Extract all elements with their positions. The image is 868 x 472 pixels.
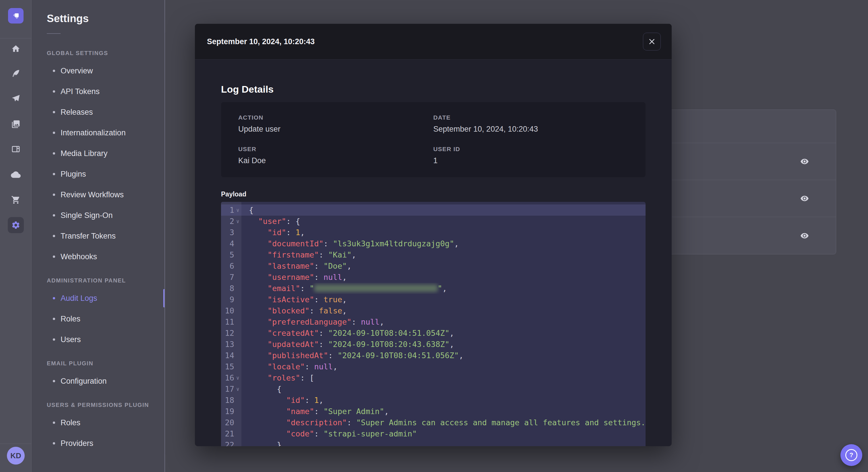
chevron-down-icon[interactable]: ∨ — [234, 216, 241, 227]
strapi-logo[interactable] — [8, 8, 24, 24]
line-number: 22 — [222, 439, 234, 446]
code-line[interactable]: 14 "publishedAt": "2024-09-10T08:04:51.0… — [221, 350, 646, 361]
code-line[interactable]: 12 "createdAt": "2024-09-10T08:04:51.054… — [221, 328, 646, 339]
close-button[interactable] — [643, 33, 661, 50]
cloud-icon[interactable] — [8, 167, 24, 183]
sidebar-item-audit-logs[interactable]: Audit Logs — [32, 288, 164, 308]
gutter-cell: 15 — [221, 361, 241, 372]
token-n: 1 — [314, 396, 319, 405]
sidebar-item-transfer-tokens[interactable]: Transfer Tokens — [32, 226, 164, 246]
fold-spacer — [234, 294, 241, 305]
token-p: : [ — [300, 373, 314, 382]
code-line[interactable]: 16∨ "roles": [ — [221, 372, 646, 383]
field-user-id: USER ID 1 — [433, 146, 629, 165]
code-line[interactable]: 1∨{ — [221, 204, 646, 216]
bullet-icon — [53, 173, 55, 175]
code-line[interactable]: 8 "email": "", — [221, 283, 646, 294]
chevron-down-icon[interactable]: ∨ — [234, 383, 241, 395]
code-line[interactable]: 21 "code": "strapi-super-admin" — [221, 428, 646, 439]
code-text: "isActive": true, — [241, 294, 646, 305]
payload-code-viewer[interactable]: 1∨{2∨ "user": {3 "id": 1,4 "documentId":… — [221, 202, 646, 446]
sidebar-item-media-library[interactable]: Media Library — [32, 143, 164, 164]
line-number: 18 — [222, 395, 234, 406]
code-line[interactable]: 15 "locale": null, — [221, 361, 646, 372]
sidebar-item-api-tokens[interactable]: API Tokens — [32, 81, 164, 102]
token-k: "updatedAt" — [268, 340, 319, 349]
code-line[interactable]: 13 "updatedAt": "2024-09-10T08:20:43.638… — [221, 339, 646, 350]
view-log-button[interactable] — [798, 229, 811, 242]
fold-spacer — [234, 249, 241, 260]
token-k: "createdAt" — [268, 329, 319, 338]
code-line[interactable]: 7 "username": null, — [221, 272, 646, 283]
code-line[interactable]: 19 "name": "Super Admin", — [221, 406, 646, 417]
sidebar-item-releases[interactable]: Releases — [32, 102, 164, 123]
sidebar-item-users[interactable]: Users — [32, 329, 164, 350]
layout-icon[interactable] — [8, 141, 24, 157]
question-mark-icon: ? — [845, 449, 857, 461]
sidebar-item-label: Configuration — [61, 377, 107, 386]
feather-icon[interactable] — [8, 65, 24, 81]
view-log-button[interactable] — [798, 155, 811, 168]
field-date: DATE September 10, 2024, 10:20:43 — [433, 114, 629, 134]
gutter-cell: 14 — [221, 350, 241, 361]
strapi-logo-glyph — [11, 11, 21, 21]
token-p: : — [352, 317, 361, 326]
token-b: true — [323, 295, 342, 304]
avatar[interactable]: KD — [7, 447, 25, 465]
code-line[interactable]: 5 "firstname": "Kai", — [221, 249, 646, 260]
code-line[interactable]: 11 "preferedLanguage": null, — [221, 316, 646, 328]
token-k: "documentId" — [268, 239, 323, 248]
sidebar-item-internationalization[interactable]: Internationalization — [32, 123, 164, 143]
chevron-down-icon[interactable]: ∨ — [234, 204, 241, 216]
code-line[interactable]: 4 "documentId": "ls3uk3g1xm4ltdrdugzajg0… — [221, 238, 646, 249]
sidebar-item-webhooks[interactable]: Webhooks — [32, 246, 164, 267]
sidebar-item-plugins[interactable]: Plugins — [32, 164, 164, 184]
sidebar-item-single-sign-on[interactable]: Single Sign-On — [32, 205, 164, 226]
code-line[interactable]: 22 } — [221, 439, 646, 446]
bullet-icon — [53, 442, 55, 444]
home-icon[interactable] — [8, 41, 24, 57]
code-line[interactable]: 18 "id": 1, — [221, 395, 646, 406]
code-line[interactable]: 9 "isActive": true, — [221, 294, 646, 305]
token-u: null — [314, 362, 333, 371]
field-action: ACTION Update user — [238, 114, 433, 134]
code-lines: 1∨{2∨ "user": {3 "id": 1,4 "documentId":… — [221, 202, 646, 446]
sidebar-item-configuration[interactable]: Configuration — [32, 371, 164, 392]
paper-plane-icon[interactable] — [8, 90, 24, 106]
sidebar-item-roles[interactable]: Roles — [32, 308, 164, 329]
code-line[interactable]: 20 "description": "Super Admins can acce… — [221, 417, 646, 428]
token-p: , — [300, 228, 305, 237]
code-text: "user": { — [241, 216, 646, 227]
settings-gear-icon[interactable] — [8, 217, 24, 233]
token-p: { — [249, 384, 282, 394]
sidebar-item-label: API Tokens — [61, 87, 100, 96]
sidebar-item-roles[interactable]: Roles — [32, 412, 164, 433]
code-line[interactable]: 10 "blocked": false, — [221, 305, 646, 316]
code-line[interactable]: 2∨ "user": { — [221, 216, 646, 227]
help-button[interactable]: ? — [840, 444, 862, 466]
sidebar-item-overview[interactable]: Overview — [32, 61, 164, 81]
media-library-icon[interactable] — [8, 116, 24, 132]
sidebar-item-review-workflows[interactable]: Review Workflows — [32, 184, 164, 205]
code-line[interactable]: 17∨ { — [221, 383, 646, 395]
sidebar-item-providers[interactable]: Providers — [32, 433, 164, 453]
token-p: : — [328, 351, 338, 360]
modal-title: September 10, 2024, 10:20:43 — [207, 37, 315, 46]
chevron-down-icon[interactable]: ∨ — [234, 372, 241, 383]
sidebar-item-label: Webhooks — [61, 252, 97, 261]
title-divider — [47, 33, 61, 34]
token-p — [249, 306, 268, 315]
sidebar-item-label: Review Workflows — [61, 191, 124, 199]
gutter-cell: 18 — [221, 395, 241, 406]
cart-icon[interactable] — [8, 192, 24, 208]
code-line[interactable]: 6 "lastname": "Doe", — [221, 260, 646, 272]
token-p: , — [342, 295, 347, 304]
fold-spacer — [234, 406, 241, 417]
log-details-title: Log Details — [221, 84, 646, 95]
token-p: , — [384, 407, 389, 416]
code-line[interactable]: 3 "id": 1, — [221, 227, 646, 238]
divider — [0, 444, 31, 444]
view-log-button[interactable] — [798, 192, 811, 205]
log-details-box: ACTION Update user DATE September 10, 20… — [221, 102, 646, 177]
line-number: 10 — [222, 305, 234, 316]
